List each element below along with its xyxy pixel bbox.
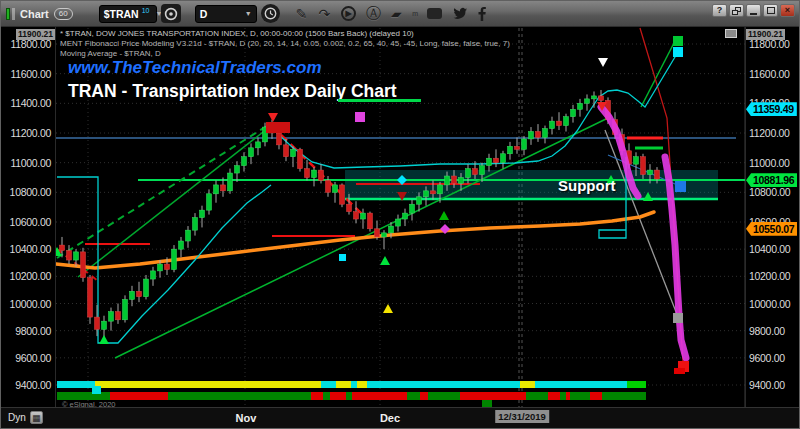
pane-maximize-icon[interactable]: [725, 29, 737, 38]
orange-ma-line: [56, 212, 654, 268]
study-description-line: MENT Fibonacci Price Modeling V3.21d - $…: [60, 39, 510, 48]
signal-strips: [57, 368, 685, 407]
axis-price-label: 9800.00: [749, 325, 785, 337]
axis-price-label: 11800.00: [10, 38, 51, 50]
axis-price-label: 10400.00: [10, 243, 51, 255]
month-label: Dec: [380, 412, 400, 424]
axis-price-label: 9600.00: [15, 352, 51, 364]
close-button[interactable]: ×: [780, 4, 795, 17]
clock-icon: [264, 7, 277, 20]
symbol-value: $TRAN: [104, 8, 139, 20]
axis-price-label: 10800.00: [10, 186, 51, 198]
price-axis-left[interactable]: 11900.21 11800.0011600.0011400.0011200.0…: [1, 27, 56, 407]
axis-price-label: 10200.00: [10, 270, 51, 282]
axis-price-label: 11600.00: [749, 68, 790, 80]
price-level-badge: 10550.07: [746, 222, 797, 236]
axis-price-label: 11600.00: [10, 68, 51, 80]
watermark-url: www.TheTechnicalTraders.com: [68, 58, 322, 78]
price-level-badge: 10881.96: [746, 173, 797, 187]
status-indicator-icon: [6, 8, 10, 20]
axis-price-label: 11200.00: [10, 127, 51, 139]
eraser-button[interactable]: ▰: [390, 7, 404, 21]
axis-price-label: 10000.00: [10, 298, 51, 310]
restore-button[interactable]: [729, 4, 744, 17]
minimize-button[interactable]: [746, 4, 761, 17]
axis-price-label: 10000.00: [749, 298, 790, 310]
chart-count-badge: 60: [54, 8, 73, 20]
dyn-control[interactable]: Dyn ▦: [8, 411, 43, 424]
symbol-delay-superscript: 10: [142, 7, 150, 14]
status-indicator-bar: [12, 8, 15, 20]
chart-window: Chart 60 $TRAN 10 ▼ D ▼ ✎ ↷ ▶ Ⓐ ▰ m: [0, 0, 800, 429]
candles: [60, 90, 660, 339]
maximize-button[interactable]: [763, 4, 778, 17]
axis-price-label: 11800.00: [749, 38, 790, 50]
symbol-input[interactable]: $TRAN 10 ▼: [99, 5, 157, 23]
play-button[interactable]: ▶: [341, 6, 356, 21]
axis-price-label: 9800.00: [15, 325, 51, 337]
interval-value: D: [200, 8, 208, 20]
draw-pencil-button[interactable]: ✎: [296, 6, 308, 22]
toolbar-mini-label: m: [412, 10, 418, 17]
minimize-icon: [750, 13, 757, 15]
axis-price-label: 10400.00: [749, 243, 790, 255]
ma-description-line: Moving Average - $TRAN, D: [60, 49, 161, 58]
time-settings-button[interactable]: [261, 4, 280, 23]
axis-price-label: 10200.00: [749, 270, 790, 282]
price-level-badge: 11359.49: [746, 102, 797, 116]
axis-price-label: 9400.00: [749, 379, 785, 391]
chat-button[interactable]: [427, 8, 442, 19]
help-button[interactable]: ?: [712, 4, 727, 17]
axis-price-label: 9600.00: [749, 352, 785, 364]
interval-select[interactable]: D ▼: [195, 5, 257, 23]
facebook-icon[interactable]: [478, 7, 486, 21]
axis-price-label: 10600.00: [10, 216, 51, 228]
axis-price-label: 11000.00: [749, 157, 790, 169]
maximize-icon: [767, 7, 775, 14]
month-label: Nov: [236, 412, 257, 424]
symbol-description-line: * $TRAN, DOW JONES TRANSPORTATION INDEX,…: [60, 29, 414, 38]
twitter-icon[interactable]: [453, 7, 468, 20]
target-icon: [164, 7, 178, 21]
axis-price-label: 11200.00: [749, 127, 790, 139]
annotation-button[interactable]: Ⓐ: [366, 4, 381, 23]
window-title: Chart: [20, 8, 49, 20]
axis-price-label: 11400.00: [10, 97, 51, 109]
axis-price-label: 9400.00: [15, 379, 51, 391]
support-annotation: Support: [558, 177, 616, 194]
toolbar: Chart 60 $TRAN 10 ▼ D ▼ ✎ ↷ ▶ Ⓐ ▰ m: [1, 1, 799, 27]
chevron-down-icon: ▼: [245, 10, 252, 17]
axis-price-label: 10800.00: [749, 186, 790, 198]
restore-icon: [732, 7, 741, 15]
axis-price-label: 11000.00: [10, 157, 51, 169]
redo-arrow-button[interactable]: ↷: [318, 6, 330, 22]
title-underline: [338, 99, 421, 102]
date-marker-badge: 12/31/2019: [495, 410, 549, 423]
dyn-grid-icon: ▦: [30, 411, 43, 424]
symbol-lookup-button[interactable]: [161, 4, 181, 23]
dyn-label: Dyn: [8, 412, 26, 423]
price-axis-right[interactable]: 11900.21 11800.0011600.0011400.0011200.0…: [745, 27, 799, 407]
time-axis-bar[interactable]: Dyn ▦ NovDec12/31/2019: [1, 407, 799, 428]
